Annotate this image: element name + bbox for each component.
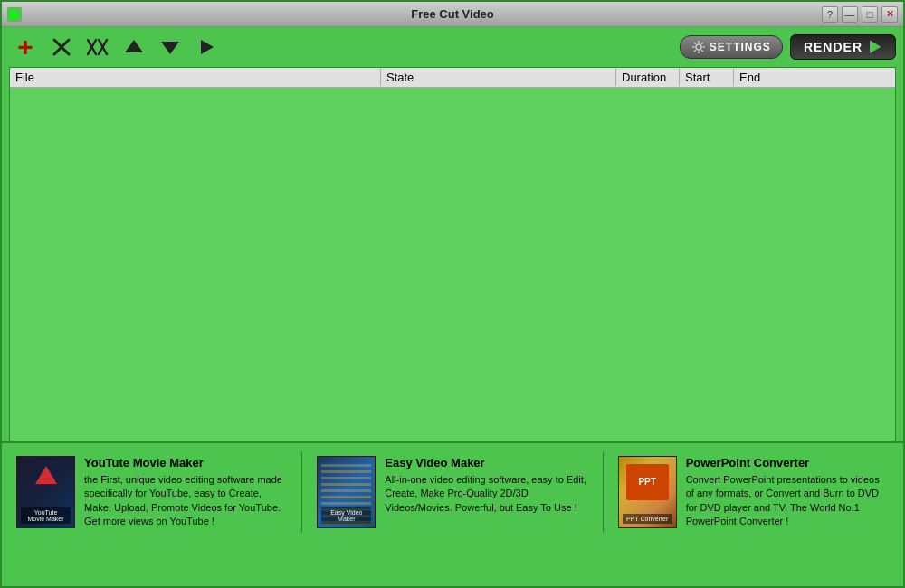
- col-header-end: End: [734, 69, 895, 86]
- svg-marker-8: [201, 40, 214, 54]
- move-up-icon: [124, 37, 144, 57]
- promo-divider-1: [301, 451, 302, 533]
- move-down-icon: [160, 37, 180, 57]
- window-controls: ? — □ ✕: [822, 6, 898, 23]
- remove-all-button[interactable]: [81, 31, 114, 63]
- svg-marker-18: [870, 41, 881, 53]
- svg-line-14: [694, 43, 696, 44]
- render-label: RENDER: [804, 40, 862, 54]
- promo-image-ppt[interactable]: PPT PPT Converter: [618, 456, 677, 528]
- table-header: File State Duration Start End: [10, 68, 895, 88]
- app-title: Free Cut Video: [411, 7, 494, 21]
- svg-line-16: [701, 43, 703, 44]
- svg-line-17: [694, 50, 696, 52]
- play-button[interactable]: [190, 31, 223, 63]
- col-header-file: File: [10, 69, 381, 86]
- promo-text-ppt: PowerPoint Converter Convert PowerPoint …: [686, 456, 889, 529]
- promo-item-youtube: YouTuteMovie Maker YouTute Movie Maker t…: [16, 456, 287, 529]
- table-body: [10, 88, 895, 441]
- svg-marker-7: [161, 42, 179, 54]
- promo-item-easy: Easy VideoMaker Easy Video Maker All-in-…: [317, 456, 587, 528]
- promo-text-youtube: YouTute Movie Maker the First, unique vi…: [84, 456, 287, 529]
- promo-title-youtube: YouTute Movie Maker: [84, 456, 287, 469]
- toolbar: +: [2, 27, 903, 67]
- move-up-button[interactable]: [118, 31, 150, 63]
- close-button[interactable]: ✕: [881, 6, 898, 23]
- app-icon: ▶: [7, 7, 22, 22]
- titlebar: ▶ Free Cut Video ? — □ ✕: [2, 2, 903, 27]
- promo-image-youtube[interactable]: YouTuteMovie Maker: [16, 456, 75, 528]
- promo-desc-easy: All-in-one video editing software, easy …: [385, 473, 587, 515]
- move-down-button[interactable]: [154, 31, 186, 63]
- render-button[interactable]: RENDER: [790, 34, 896, 60]
- promo-section: YouTuteMovie Maker YouTute Movie Maker t…: [2, 441, 903, 541]
- promo-item-ppt: PPT PPT Converter PowerPoint Converter C…: [618, 456, 889, 529]
- gear-icon: [691, 40, 706, 54]
- promo-title-easy: Easy Video Maker: [385, 456, 587, 469]
- promo-text-easy: Easy Video Maker All-in-one video editin…: [385, 456, 587, 515]
- settings-button[interactable]: SETTINGS: [680, 35, 783, 59]
- render-icon: [866, 39, 882, 55]
- help-button[interactable]: ?: [822, 6, 838, 23]
- promo-divider-2: [603, 451, 604, 533]
- col-header-start: Start: [680, 69, 734, 86]
- svg-marker-6: [125, 40, 143, 52]
- add-file-button[interactable]: +: [9, 31, 42, 63]
- promo-title-ppt: PowerPoint Converter: [686, 456, 889, 469]
- remove-icon: [52, 37, 71, 57]
- svg-line-15: [701, 50, 703, 52]
- promo-desc-youtube: the First, unique video editing software…: [84, 473, 287, 529]
- promo-desc-ppt: Convert PowerPoint presentations to vide…: [686, 473, 889, 529]
- restore-button[interactable]: □: [862, 6, 878, 23]
- minimize-button[interactable]: —: [842, 6, 858, 23]
- col-header-state: State: [381, 69, 616, 86]
- settings-label: SETTINGS: [710, 41, 771, 53]
- right-buttons: SETTINGS RENDER: [680, 34, 896, 60]
- promo-image-easy[interactable]: Easy VideoMaker: [317, 456, 376, 528]
- file-table: File State Duration Start End: [9, 67, 896, 441]
- svg-point-9: [696, 44, 701, 50]
- play-icon: [196, 37, 216, 57]
- remove-all-icon: [86, 37, 110, 57]
- remove-file-button[interactable]: [45, 31, 78, 63]
- col-header-duration: Duration: [616, 69, 680, 86]
